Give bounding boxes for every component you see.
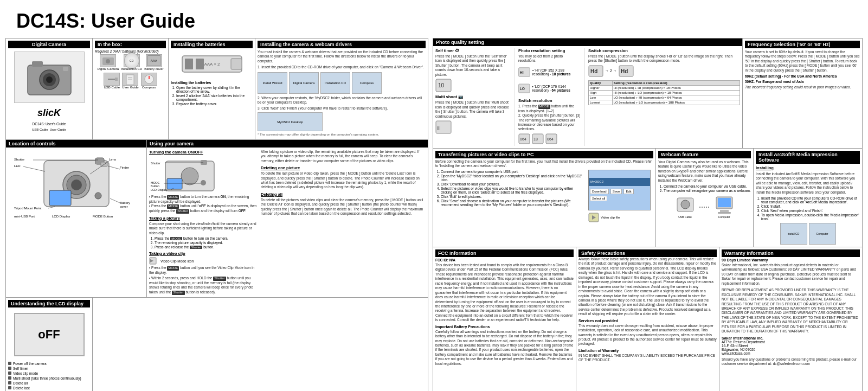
digital-camera-header: Digital Camera [8, 41, 90, 48]
svg-rect-46 [201, 160, 207, 165]
using-camera-content: Turning the camera ON/OFF Shutter [147, 148, 428, 297]
arcsoft-section: Install ArcSoft® Media Impression Softwa… [754, 149, 862, 247]
box-item-cd: CD Installation CD [121, 54, 142, 70]
video-text-1: • Press the MODE button until you see th… [149, 266, 258, 275]
shutter-btn-1: Shutter [176, 209, 189, 214]
controls-diagram-svg: Shutter LED Lens Finder Battery cover Tr… [11, 150, 142, 220]
right-bottom-row: FCC Information FCC ID: N/A This device … [433, 247, 862, 391]
right-top-row: Photo quality setting Self timer ⏱ Press… [433, 39, 862, 149]
svg-text:LO: LO [520, 87, 525, 91]
safety-section: Safety Precautions Always follow these b… [576, 247, 719, 391]
battery-steps: Open the battery cover by sliding it in … [171, 86, 253, 106]
install-note-os: * The screenshots may differ slightly de… [258, 133, 426, 137]
compass-label: Compass [142, 86, 156, 89]
video-mode-indicator: ▶ Video Clip Mode icon [149, 257, 258, 265]
fcc-header: FCC Information [435, 249, 574, 257]
svg-text:LCD Display: LCD Display [151, 188, 168, 191]
transfer-screenshots: MyDSC2 Download Save Edit Select all [588, 170, 653, 222]
video-icon [8, 371, 11, 375]
setting-low: LO (resolution) + HI (compression) = 64 … [612, 95, 740, 100]
svg-text:064: 064 [547, 137, 554, 141]
self-timer-label: Self timer [13, 367, 28, 370]
video-text-2: • Within 2 seconds, press and HOLD the S… [149, 276, 258, 294]
left-bottom-row: Understanding the LCD display oFF Power … [6, 298, 428, 391]
installing-batteries-section: Installing the batteries AAA × 2 Install… [169, 39, 255, 139]
svg-text:Finder: Finder [120, 166, 129, 169]
battery-step-1: Open the battery cover by sliding it in … [176, 86, 253, 93]
arcsoft-text: Install the included ArcSoft® Media Impr… [756, 172, 860, 195]
comp-display: Hd → 2 → Hd [588, 65, 740, 77]
video-clip-icon [588, 213, 599, 222]
delete-section: After taking a picture or video clip, th… [261, 150, 426, 295]
switch-res-displays: 064 18 064 [518, 133, 581, 144]
svg-text:LCD Display: LCD Display [52, 215, 70, 218]
screenshot-1: Install Wizard [258, 72, 287, 94]
svg-point-3 [46, 76, 53, 83]
download-btn[interactable]: Download [590, 189, 609, 194]
warranty-text: Sakar International, Inc. warrants this … [722, 263, 860, 286]
taking-video-header: Taking a video clip [149, 251, 258, 256]
transfer-step-1: Connect the camera to your computer's US… [441, 170, 585, 174]
icon-multi-shoot: Multi shoot (take three photos continuou… [8, 376, 90, 380]
svg-rect-26 [49, 190, 71, 206]
arcsoft-steps: Insert the provided CD into your compute… [756, 196, 860, 221]
screenshot-3: Installation CD [320, 72, 350, 94]
battery-label: Battery cover [144, 67, 163, 70]
icon-self-timer: Self timer [8, 367, 90, 370]
transfer-step-3: Click 'Download' to load your pictures. [441, 182, 585, 186]
save-btn[interactable]: Save [610, 189, 622, 194]
svg-point-27 [95, 193, 101, 199]
services-header: Services not provided [578, 319, 717, 323]
self-timer-header: Self timer ⏱ [435, 48, 511, 53]
video-clip-label: Video clip file [601, 216, 620, 219]
label-guide: User Guide [50, 128, 66, 131]
svg-rect-83 [720, 210, 729, 212]
left-top-row: Digital Camera slicK DC14S: User's Guide [6, 39, 428, 140]
location-controls-header: Location of controls [6, 140, 146, 148]
svg-point-79 [681, 200, 690, 209]
table-header-setting: Setting (resolution x compression) [612, 80, 740, 85]
hi-display: HI [518, 65, 530, 79]
frequency-section: Frequency Selection ('50' or '60' Hz) Yo… [743, 39, 862, 148]
svg-text:Hd: Hd [621, 68, 628, 74]
safety-header: Safety Precautions [578, 249, 717, 257]
left-middle-row: Location of controls [6, 140, 428, 298]
comp-text: Press the [ MODE ] button until the disp… [588, 54, 740, 63]
arcsoft-ss-1: Install CD [780, 223, 807, 245]
arcsoft-step-1: Insert the provided CD into your compute… [761, 196, 860, 204]
battery-precautions-header: Important Battery Precautions [435, 325, 574, 329]
transfer-step-2: Open the 'MyDSC2' folder located on your… [441, 174, 585, 182]
res-hi: HI • 'HI' (CIF 352 X 288 resolution) - 1… [518, 65, 581, 79]
cd-icon: CD [124, 53, 139, 69]
svg-rect-9 [115, 78, 118, 81]
box-item-guide: User Guide [122, 73, 138, 89]
battery-diagram-svg: AAA × 2 [179, 50, 245, 78]
svg-text:MODE Button: MODE Button [93, 215, 113, 218]
svg-text:10: 10 [438, 82, 445, 88]
svg-text:HI: HI [520, 70, 524, 74]
picture-step-3: Press and release the Shutter button. [155, 245, 258, 249]
60hz-label: 60HZ (default setting) - For the USA and… [745, 74, 860, 78]
table-row-low: Low LO (resolution) + HI (compression) =… [589, 95, 740, 100]
svg-text:|||: ||| [437, 125, 440, 130]
select-all-btn[interactable]: Select all [590, 196, 607, 201]
switch-res-header: Switch resolution [518, 98, 581, 103]
camera-svg [22, 57, 76, 98]
limitation-header: Limitation of Warranty [578, 349, 717, 352]
photo-resolution-text: You may select from 2 photo resolutions. [518, 54, 581, 63]
svg-point-48 [201, 180, 206, 185]
switch-resolution-section: Switch resolution 1. Press the MODE butt… [518, 98, 581, 144]
svg-text:Battery: Battery [120, 201, 130, 204]
lcd-display: oFF [14, 313, 85, 356]
computer-label: Computer [713, 215, 735, 219]
off-label: Power off the camera [13, 362, 47, 366]
quality-low: Low [589, 95, 613, 100]
webcam-section: Webcam feature Your Digital Camera may a… [656, 149, 754, 247]
taking-picture-section: Taking a picture Compose your shot using… [149, 216, 258, 249]
svg-text:Button: Button [151, 184, 159, 188]
svg-point-7 [106, 59, 110, 63]
svg-rect-4 [32, 61, 43, 67]
edit-btn[interactable]: Edit [623, 189, 633, 194]
digital-camera-section: Digital Camera slicK DC14S: User's Guide [6, 39, 93, 139]
svg-line-38 [110, 198, 120, 203]
